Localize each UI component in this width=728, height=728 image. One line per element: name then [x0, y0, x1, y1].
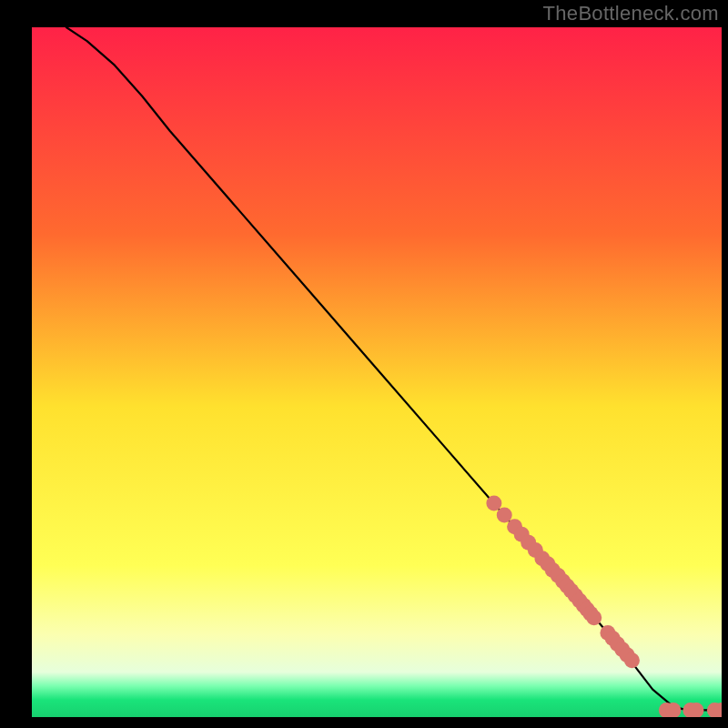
- svg-rect-0: [32, 27, 722, 717]
- chart-stage: TheBottleneck.com: [0, 0, 728, 728]
- svg-point-2: [497, 507, 512, 522]
- svg-point-25: [624, 652, 640, 668]
- watermark-label: TheBottleneck.com: [543, 2, 719, 25]
- svg-point-19: [586, 610, 602, 625]
- plot-area: [32, 27, 722, 717]
- svg-point-1: [486, 496, 501, 511]
- plot-svg: [32, 27, 722, 717]
